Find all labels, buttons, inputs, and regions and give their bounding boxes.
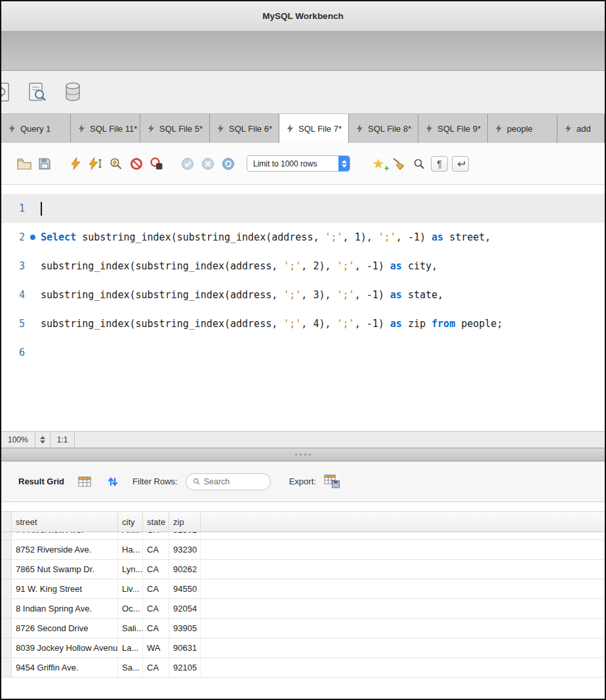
pane-splitter[interactable] [1,448,605,461]
tab-query-1[interactable]: Query 1 [1,114,71,143]
open-file-button[interactable] [16,153,33,174]
tab-label: SQL File 9* [437,124,481,134]
tab-sql-file-11[interactable]: SQL File 11* [71,114,140,143]
cell-street: 7865 Nut Swamp Dr. [12,560,118,579]
tab-label: SQL File 6* [229,124,272,134]
execute-current-button[interactable] [87,153,104,174]
tab-people[interactable]: people [488,114,557,143]
grid-view-button[interactable] [76,471,93,492]
row-gutter [1,638,12,657]
cell-zip: 92054 [169,599,201,618]
tab-sql-file-9[interactable]: SQL File 9* [418,114,488,143]
title-bar[interactable]: MySQL Workbench [1,1,605,31]
cell-state: CA [143,560,169,579]
table-row[interactable]: 7865 Nut Swamp Dr.Lyn...CA90262 [1,560,605,579]
line-number: 1 [1,203,25,214]
cell-zip: 90631 [169,638,201,657]
save-button[interactable] [36,153,53,174]
beautify-button[interactable] [390,153,407,174]
commit-button[interactable] [179,153,196,174]
cell-state: CA [143,599,169,618]
admin-button[interactable] [0,82,12,103]
splitter-grip-dot [300,454,302,456]
code-text [41,202,42,216]
find-button[interactable] [411,153,428,174]
cell-filler [201,599,605,618]
cell-filler [201,540,605,559]
filter-search-box[interactable] [186,473,271,490]
execute-current-bolt-icon [89,157,102,170]
row-gutter-header [1,512,12,532]
rollback-button[interactable] [199,153,216,174]
row-gutter [1,532,12,539]
tab-sql-file-7[interactable]: SQL File 7* [279,114,349,143]
stepper-up-icon [40,436,45,439]
tab-add[interactable]: add [557,114,605,143]
code-line-4[interactable]: 4substring_index(substring_index(address… [1,281,605,309]
column-header-city[interactable]: city [118,512,143,532]
limit-rows-dropdown[interactable]: Limit to 1000 rows [247,155,350,172]
inspect-button[interactable] [28,82,47,103]
row-gutter [1,619,12,638]
toggle-autocommit-button[interactable] [220,153,237,174]
tab-label: SQL File 7* [298,124,342,134]
row-gutter [1,658,12,677]
code-text: Select substring_index(substring_index(a… [41,231,491,243]
tab-bar: Query 1SQL File 11*SQL File 5*SQL File 6… [1,114,605,143]
zoom-stepper[interactable] [35,432,51,448]
row-gutter [1,579,12,598]
splitter-grip [295,454,297,456]
tab-sql-file-6[interactable]: SQL File 6* [210,114,279,143]
cell-filler [201,579,605,598]
inspect-document-icon [28,82,47,103]
sql-editor[interactable]: 12Select substring_index(substring_index… [1,185,605,431]
export-button[interactable] [324,471,341,492]
limit-rows-value: Limit to 1000 rows [253,159,317,168]
tab-sql-file-5[interactable]: SQL File 5* [140,114,210,143]
table-row[interactable]: 9454 Griffin Ave.Sa...CA92105 [1,658,605,678]
stop-button[interactable] [128,153,145,174]
table-row[interactable]: 91 W. King StreetLiv...CA94550 [1,579,605,599]
save-icon [39,158,51,170]
line-number: 5 [1,318,25,330]
code-line-1[interactable]: 1 [1,194,605,223]
tab-bolt-icon [79,125,85,133]
table-row[interactable]: 8 Indian Spring Ave.Oc...CA92054 [1,599,605,619]
column-header-zip[interactable]: zip [169,512,201,532]
toggle-wrap-button[interactable] [452,156,469,172]
code-line-2[interactable]: 2Select substring_index(substring_index(… [1,223,605,252]
stepper-down-icon [40,440,45,444]
toggle-stop-on-error-button[interactable] [148,153,165,174]
cell-zip: 92105 [169,658,201,677]
tab-bolt-icon [9,125,15,133]
explain-button[interactable] [108,153,125,174]
code-line-6[interactable]: 6 [1,338,605,367]
commit-check-icon [181,157,194,170]
database-icon [63,81,83,104]
table-row[interactable]: 8752 Riverside Ave.Ha...CA93230 [1,540,605,560]
cell-state: CA [143,579,169,598]
search-input[interactable] [204,477,264,486]
mysql-workbench-window: MySQL Workbench [0,0,606,700]
rollback-x-icon [201,157,214,170]
line-marker [25,235,41,240]
schema-button[interactable] [63,81,83,104]
column-header-state[interactable]: state [143,512,169,532]
caret-position: 1:1 [51,432,75,448]
refresh-button[interactable] [104,471,121,492]
save-snippet-button[interactable]: ★+ [370,153,387,174]
table-row[interactable]: 8039 Jockey Hollow AvenueLa...WA90631 [1,638,605,658]
table-row[interactable]: 8726 Second DriveSali...CA93905 [1,619,605,638]
stop-on-error-icon [150,157,163,170]
execute-button[interactable] [67,153,84,174]
code-line-5[interactable]: 5substring_index(substring_index(address… [1,309,605,338]
execute-bolt-icon [71,157,80,170]
code-line-3[interactable]: 3substring_index(substring_index(address… [1,252,605,281]
column-header-street[interactable]: street [12,512,118,532]
table-row[interactable]: 74 Riverview Ave.An...CA92801 [1,532,605,540]
export-icon [324,475,340,488]
cell-zip: 90262 [169,560,201,579]
tab-bolt-icon [148,125,154,133]
toggle-invisibles-button[interactable]: ¶ [431,156,448,172]
tab-sql-file-8[interactable]: SQL File 8* [349,114,418,143]
